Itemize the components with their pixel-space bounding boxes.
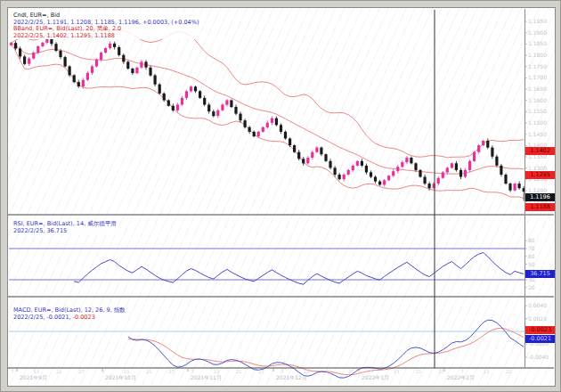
svg-text:20: 20 (528, 284, 535, 290)
svg-text:21: 21 (236, 369, 241, 374)
svg-text:1.1850: 1.1850 (528, 40, 547, 46)
svg-text:27: 27 (78, 369, 84, 374)
svg-text:1.1800: 1.1800 (528, 52, 547, 58)
macd-axis-box-macd: -0.0021 (525, 335, 555, 343)
svg-text:2022年2月: 2022年2月 (447, 374, 475, 381)
legend-macd-values: 2022/2/25, -0.0021, -0.0023 (13, 314, 126, 322)
svg-text:2021年11月: 2021年11月 (191, 374, 222, 381)
svg-text:0.0040: 0.0040 (528, 302, 547, 308)
chart-window: 1.19501.19001.18501.18001.17501.17001.16… (0, 0, 561, 392)
svg-text:7: 7 (102, 369, 104, 374)
svg-text:21: 21 (56, 369, 61, 374)
rsi-axis-box-value: 36.715 (525, 270, 555, 278)
svg-text:21: 21 (506, 369, 511, 374)
price-axis-box-last-price: 1.1196 (525, 193, 555, 201)
svg-text:2021年12月: 2021年12月 (276, 374, 307, 381)
rsi-panel-legend: RSI, EUR=, Bid(Last), 14, 威尔德平滑 2022/2/2… (12, 221, 118, 234)
legend-macd-value: 2022/2/25, -0.0021, (13, 314, 73, 321)
svg-text:27: 27 (438, 369, 443, 374)
svg-text:1.1650: 1.1650 (528, 86, 547, 92)
svg-text:1.1700: 1.1700 (528, 74, 547, 80)
svg-text:0.0020: 0.0020 (528, 315, 547, 322)
svg-text:2021年10月: 2021年10月 (105, 374, 136, 381)
svg-text:70: 70 (528, 245, 535, 251)
svg-text:1.1300: 1.1300 (528, 165, 547, 171)
svg-text:1.1950: 1.1950 (528, 18, 547, 24)
svg-text:1.1900: 1.1900 (528, 29, 547, 36)
svg-text:13: 13 (214, 369, 219, 374)
legend-rsi-values: 2022/2/25, 36.715 (13, 228, 117, 235)
svg-text:1.1500: 1.1500 (528, 119, 547, 126)
chart-canvas[interactable]: 1.19501.19001.18501.18001.17501.17001.16… (8, 8, 555, 386)
svg-text:1.1600: 1.1600 (528, 97, 547, 103)
macd-axis-box-signal: -0.0023 (525, 326, 555, 334)
legend-bband-values: 2022/2/25, 1.1402, 1.1295, 1.1188 (13, 33, 199, 40)
price-axis-box-upper-band: 1.1402 (525, 147, 555, 155)
svg-text:13: 13 (124, 369, 129, 374)
svg-text:50: 50 (528, 261, 535, 267)
price-panel-legend: Cndl, EUR=, Bid 2022/2/25, 1.1191, 1.120… (12, 12, 200, 39)
svg-text:13: 13 (484, 369, 489, 374)
svg-text:21: 21 (416, 369, 421, 374)
svg-text:21: 21 (326, 369, 331, 374)
svg-text:13: 13 (304, 369, 309, 374)
macd-panel-legend: MACD, EUR=, Bid(Last), 12, 26, 9, 指数 202… (12, 307, 127, 321)
svg-text:21: 21 (146, 369, 151, 374)
chart-surface[interactable]: 1.19501.19001.18501.18001.17501.17001.16… (7, 7, 556, 387)
svg-text:13: 13 (34, 369, 39, 374)
svg-text:27: 27 (258, 369, 264, 374)
svg-text:7: 7 (12, 369, 14, 374)
svg-text:27: 27 (168, 369, 174, 374)
svg-text:7: 7 (191, 369, 194, 374)
svg-text:2022年1月: 2022年1月 (362, 374, 389, 381)
svg-text:1.1750: 1.1750 (528, 63, 547, 69)
svg-text:1.1450: 1.1450 (528, 131, 547, 137)
legend-signal-value: -0.0023 (73, 314, 95, 321)
svg-text:80: 80 (528, 237, 535, 243)
svg-text:2021年9月: 2021年9月 (20, 374, 47, 381)
svg-text:-0.0040: -0.0040 (528, 354, 549, 360)
svg-text:60: 60 (528, 253, 535, 259)
svg-text:7: 7 (371, 369, 374, 374)
svg-text:7: 7 (461, 369, 464, 374)
price-axis-box-lower-band: 1.1188 (525, 203, 555, 211)
svg-text:27: 27 (348, 369, 354, 374)
svg-text:13: 13 (394, 369, 399, 374)
svg-text:7: 7 (281, 369, 284, 374)
price-axis-box-mid-band: 1.1295 (525, 171, 555, 179)
svg-text:1.1200: 1.1200 (528, 187, 547, 193)
svg-text:1.1550: 1.1550 (528, 108, 547, 114)
